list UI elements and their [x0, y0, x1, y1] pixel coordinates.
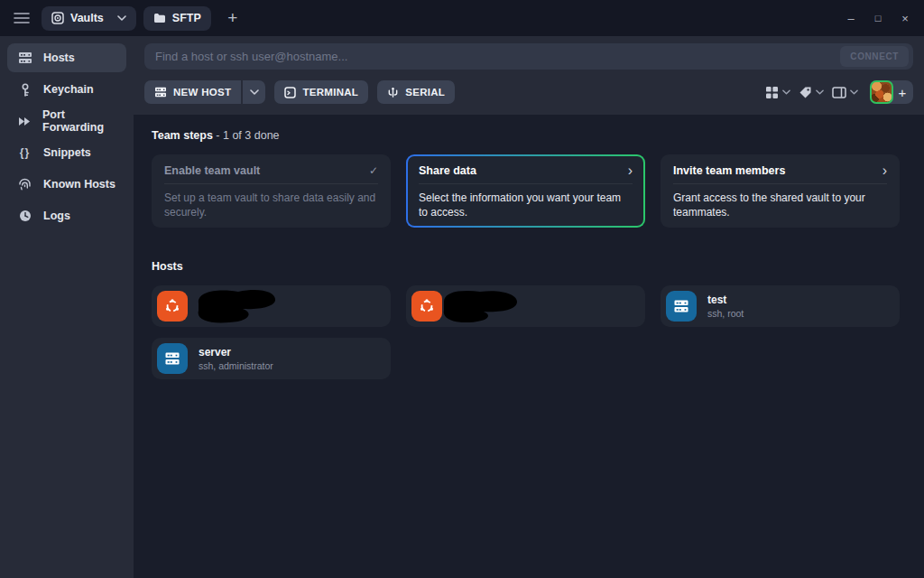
panel-layout-dropdown[interactable]	[832, 87, 858, 98]
sidebar-item-known-hosts[interactable]: Known Hosts	[7, 170, 126, 199]
sidebar-item-logs[interactable]: Logs	[7, 201, 126, 230]
main-area: CONNECT NEW HOST TERMINAL	[134, 36, 924, 578]
sidebar-item-label: Known Hosts	[43, 178, 116, 191]
sidebar-item-label: Logs	[43, 210, 70, 222]
hamburger-menu-icon[interactable]	[9, 5, 34, 31]
add-account-button[interactable]: +	[893, 85, 911, 100]
chevron-right-icon: ›	[882, 165, 887, 176]
connect-button[interactable]: CONNECT	[840, 46, 909, 67]
host-card-server[interactable]: server ssh, administrator	[152, 338, 391, 379]
toolbar: NEW HOST TERMINAL SERIAL	[144, 80, 913, 104]
search-bar: CONNECT	[144, 43, 913, 70]
account-pill: +	[870, 80, 913, 104]
step-card-description: Set up a team vault to share data easily…	[164, 191, 378, 219]
braces-icon: {}	[17, 146, 32, 159]
vault-icon	[51, 12, 64, 24]
tag-icon	[799, 86, 812, 99]
team-steps-row: Enable team vault ✓ Set up a team vault …	[152, 154, 924, 228]
serial-label: SERIAL	[405, 87, 445, 98]
fingerprint-icon	[17, 178, 32, 191]
new-host-button[interactable]: NEW HOST	[144, 80, 241, 104]
vault-selector[interactable]: Vaults	[42, 6, 136, 31]
search-input[interactable]	[155, 50, 840, 63]
new-host-dropdown-button[interactable]	[243, 80, 265, 104]
grid-view-icon	[765, 86, 779, 99]
server-icon	[157, 343, 188, 374]
view-mode-dropdown[interactable]	[765, 86, 790, 99]
server-icon	[666, 291, 697, 322]
ubuntu-icon	[411, 291, 442, 322]
hosts-title: Hosts	[152, 260, 183, 273]
step-card-title: Share data	[419, 164, 476, 177]
sidebar-item-hosts[interactable]: Hosts	[7, 43, 126, 72]
hosts-header: Hosts	[152, 260, 924, 273]
host-name: test	[707, 294, 744, 306]
vault-selector-label: Vaults	[70, 12, 104, 24]
chevron-right-icon: ›	[628, 165, 633, 176]
sidebar-item-label: Port Forwarding	[42, 108, 116, 134]
sidebar-item-label: Hosts	[43, 51, 75, 64]
team-steps-header: Team steps - 1 of 3 done	[152, 129, 924, 142]
window-close-button[interactable]: ×	[892, 5, 919, 31]
host-subtitle: ssh, administrator	[199, 360, 273, 371]
sidebar-item-label: Snippets	[43, 146, 91, 159]
server-icon	[154, 87, 167, 98]
chevron-down-icon	[850, 89, 858, 95]
team-steps-title: Team steps	[152, 129, 213, 142]
sidebar-item-port-forwarding[interactable]: Port Forwarding	[7, 107, 126, 135]
new-tab-button[interactable]: +	[222, 8, 244, 28]
clock-icon	[17, 210, 32, 222]
step-card-enable-team-vault[interactable]: Enable team vault ✓ Set up a team vault …	[152, 154, 391, 228]
terminal-icon	[284, 87, 296, 98]
header: CONNECT NEW HOST TERMINAL	[134, 36, 924, 115]
team-steps-progress: - 1 of 3 done	[216, 129, 279, 142]
divider	[673, 183, 887, 184]
titlebar: Vaults SFTP + – □ ×	[0, 0, 924, 36]
host-name: server	[199, 346, 273, 359]
chevron-down-icon	[816, 89, 824, 95]
folder-icon	[153, 13, 166, 23]
server-icon	[17, 51, 32, 64]
sidebar: Hosts Keychain Port Forwarding {} Snippe…	[0, 36, 134, 578]
step-card-title: Enable team vault	[164, 164, 260, 177]
host-card-test[interactable]: test ssh, root	[661, 285, 900, 327]
sidebar-item-label: Keychain	[43, 83, 94, 96]
window-maximize-button[interactable]: □	[864, 5, 892, 31]
tags-dropdown[interactable]	[799, 86, 824, 99]
step-card-invite-team-members[interactable]: Invite team members › Grant access to th…	[661, 154, 900, 228]
terminal-button[interactable]: TERMINAL	[274, 80, 368, 104]
new-host-label: NEW HOST	[173, 87, 231, 98]
sidebar-item-keychain[interactable]: Keychain	[7, 75, 126, 104]
window-minimize-button[interactable]: –	[837, 5, 864, 31]
serial-icon	[387, 87, 399, 98]
host-subtitle: ssh, root	[707, 308, 744, 319]
divider	[419, 183, 633, 184]
step-card-description: Select the information you want your tea…	[419, 191, 633, 219]
step-card-description: Grant access to the shared vault to your…	[673, 191, 887, 219]
panel-layout-icon	[832, 87, 846, 98]
host-card-redacted-1[interactable]	[152, 285, 391, 327]
chevron-down-icon	[117, 15, 126, 21]
tab-sftp-label: SFTP	[172, 12, 201, 24]
hosts-grid: test ssh, root server ssh, administrator	[152, 285, 900, 379]
avatar[interactable]	[870, 80, 893, 104]
step-card-share-data[interactable]: Share data › Select the information you …	[406, 154, 645, 228]
divider	[164, 183, 378, 184]
sidebar-item-snippets[interactable]: {} Snippets	[7, 138, 126, 167]
terminal-label: TERMINAL	[302, 87, 358, 98]
step-card-title: Invite team members	[673, 164, 785, 177]
host-card-redacted-2[interactable]	[406, 285, 645, 327]
tab-sftp[interactable]: SFTP	[143, 6, 211, 31]
ubuntu-icon	[157, 291, 188, 322]
forward-arrows-icon	[17, 116, 32, 127]
toolbar-right: +	[765, 80, 913, 104]
key-icon	[17, 83, 32, 97]
content: Team steps - 1 of 3 done Enable team vau…	[134, 115, 924, 578]
serial-button[interactable]: SERIAL	[377, 80, 455, 104]
chevron-down-icon	[782, 89, 790, 95]
check-icon: ✓	[369, 164, 378, 177]
